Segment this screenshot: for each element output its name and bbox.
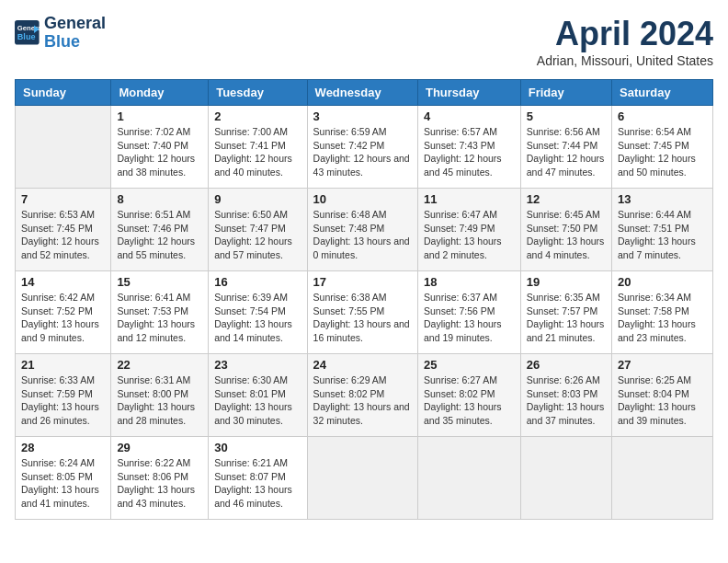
day-info: Sunrise: 6:45 AMSunset: 7:50 PMDaylight:… — [527, 208, 606, 262]
day-info: Sunrise: 6:34 AMSunset: 7:58 PMDaylight:… — [618, 291, 707, 345]
logo-text: General Blue — [44, 15, 106, 52]
day-info: Sunrise: 6:37 AMSunset: 7:56 PMDaylight:… — [424, 291, 515, 345]
month-title: April 2024 — [537, 15, 713, 53]
calendar-cell: 27Sunrise: 6:25 AMSunset: 8:04 PMDayligh… — [612, 354, 713, 437]
day-info: Sunrise: 7:00 AMSunset: 7:41 PMDaylight:… — [214, 125, 301, 179]
day-number: 3 — [313, 109, 412, 123]
calendar-cell: 4Sunrise: 6:57 AMSunset: 7:43 PMDaylight… — [417, 106, 520, 189]
day-info: Sunrise: 6:31 AMSunset: 8:00 PMDaylight:… — [117, 373, 202, 428]
day-info: Sunrise: 6:21 AMSunset: 8:07 PMDaylight:… — [214, 456, 301, 511]
day-info: Sunrise: 6:39 AMSunset: 7:54 PMDaylight:… — [214, 291, 301, 345]
calendar-cell: 21Sunrise: 6:33 AMSunset: 7:59 PMDayligh… — [16, 354, 111, 437]
day-number: 6 — [618, 109, 707, 123]
calendar-cell: 30Sunrise: 6:21 AMSunset: 8:07 PMDayligh… — [209, 437, 307, 520]
day-info: Sunrise: 6:33 AMSunset: 7:59 PMDaylight:… — [21, 373, 105, 428]
day-number: 13 — [618, 192, 707, 206]
calendar-table: SundayMondayTuesdayWednesdayThursdayFrid… — [15, 79, 713, 520]
calendar-cell: 20Sunrise: 6:34 AMSunset: 7:58 PMDayligh… — [612, 271, 713, 354]
logo: General Blue General Blue — [15, 15, 106, 52]
day-info: Sunrise: 6:48 AMSunset: 7:48 PMDaylight:… — [313, 208, 412, 262]
day-info: Sunrise: 6:53 AMSunset: 7:45 PMDaylight:… — [21, 208, 105, 262]
calendar-cell: 23Sunrise: 6:30 AMSunset: 8:01 PMDayligh… — [209, 354, 307, 437]
title-block: April 2024 Adrian, Missouri, United Stat… — [537, 15, 713, 68]
day-number: 2 — [214, 109, 301, 123]
calendar-cell: 29Sunrise: 6:22 AMSunset: 8:06 PMDayligh… — [111, 437, 209, 520]
week-row-2: 7Sunrise: 6:53 AMSunset: 7:45 PMDaylight… — [16, 189, 713, 271]
day-number: 20 — [618, 275, 707, 289]
day-number: 22 — [117, 358, 202, 372]
calendar-cell: 26Sunrise: 6:26 AMSunset: 8:03 PMDayligh… — [520, 354, 611, 437]
day-info: Sunrise: 7:02 AMSunset: 7:40 PMDaylight:… — [117, 125, 202, 179]
day-number: 1 — [117, 109, 202, 123]
calendar-cell — [612, 437, 713, 520]
day-number: 10 — [313, 192, 412, 206]
weekday-header-row: SundayMondayTuesdayWednesdayThursdayFrid… — [16, 80, 713, 106]
page-header: General Blue General Blue April 2024 Adr… — [15, 15, 713, 68]
day-info: Sunrise: 6:29 AMSunset: 8:02 PMDaylight:… — [313, 373, 412, 428]
day-number: 27 — [618, 358, 707, 372]
calendar-cell: 13Sunrise: 6:44 AMSunset: 7:51 PMDayligh… — [612, 189, 713, 271]
calendar-cell: 5Sunrise: 6:56 AMSunset: 7:44 PMDaylight… — [520, 106, 611, 189]
calendar-cell: 7Sunrise: 6:53 AMSunset: 7:45 PMDaylight… — [16, 189, 111, 271]
calendar-cell: 6Sunrise: 6:54 AMSunset: 7:45 PMDaylight… — [612, 106, 713, 189]
calendar-cell — [16, 106, 111, 189]
weekday-header-tuesday: Tuesday — [209, 80, 307, 106]
day-info: Sunrise: 6:51 AMSunset: 7:46 PMDaylight:… — [117, 208, 202, 262]
calendar-cell — [307, 437, 417, 520]
day-number: 12 — [527, 192, 606, 206]
weekday-header-saturday: Saturday — [612, 80, 713, 106]
calendar-cell: 14Sunrise: 6:42 AMSunset: 7:52 PMDayligh… — [16, 271, 111, 354]
weekday-header-friday: Friday — [520, 80, 611, 106]
week-row-3: 14Sunrise: 6:42 AMSunset: 7:52 PMDayligh… — [16, 271, 713, 354]
calendar-cell — [417, 437, 520, 520]
calendar-cell: 12Sunrise: 6:45 AMSunset: 7:50 PMDayligh… — [520, 189, 611, 271]
calendar-cell: 15Sunrise: 6:41 AMSunset: 7:53 PMDayligh… — [111, 271, 209, 354]
calendar-cell: 28Sunrise: 6:24 AMSunset: 8:05 PMDayligh… — [16, 437, 111, 520]
day-info: Sunrise: 6:35 AMSunset: 7:57 PMDaylight:… — [527, 291, 606, 345]
week-row-1: 1Sunrise: 7:02 AMSunset: 7:40 PMDaylight… — [16, 106, 713, 189]
calendar-cell: 8Sunrise: 6:51 AMSunset: 7:46 PMDaylight… — [111, 189, 209, 271]
calendar-cell: 19Sunrise: 6:35 AMSunset: 7:57 PMDayligh… — [520, 271, 611, 354]
day-info: Sunrise: 6:42 AMSunset: 7:52 PMDaylight:… — [21, 291, 105, 345]
day-info: Sunrise: 6:57 AMSunset: 7:43 PMDaylight:… — [424, 125, 515, 179]
day-number: 7 — [21, 192, 105, 206]
day-number: 17 — [313, 275, 412, 289]
day-number: 30 — [214, 441, 301, 454]
calendar-cell: 10Sunrise: 6:48 AMSunset: 7:48 PMDayligh… — [307, 189, 417, 271]
day-info: Sunrise: 6:50 AMSunset: 7:47 PMDaylight:… — [214, 208, 301, 262]
calendar-cell: 9Sunrise: 6:50 AMSunset: 7:47 PMDaylight… — [209, 189, 307, 271]
day-info: Sunrise: 6:59 AMSunset: 7:42 PMDaylight:… — [313, 125, 412, 179]
day-info: Sunrise: 6:25 AMSunset: 8:04 PMDaylight:… — [618, 373, 707, 428]
day-number: 25 — [424, 358, 515, 372]
day-info: Sunrise: 6:27 AMSunset: 8:02 PMDaylight:… — [424, 373, 515, 428]
svg-text:Blue: Blue — [17, 32, 36, 41]
calendar-cell: 11Sunrise: 6:47 AMSunset: 7:49 PMDayligh… — [417, 189, 520, 271]
calendar-cell: 25Sunrise: 6:27 AMSunset: 8:02 PMDayligh… — [417, 354, 520, 437]
weekday-header-wednesday: Wednesday — [307, 80, 417, 106]
calendar-cell: 22Sunrise: 6:31 AMSunset: 8:00 PMDayligh… — [111, 354, 209, 437]
day-number: 28 — [21, 441, 105, 454]
day-number: 5 — [527, 109, 606, 123]
weekday-header-sunday: Sunday — [16, 80, 111, 106]
day-number: 18 — [424, 275, 515, 289]
day-number: 24 — [313, 358, 412, 372]
day-number: 14 — [21, 275, 105, 289]
calendar-cell: 2Sunrise: 7:00 AMSunset: 7:41 PMDaylight… — [209, 106, 307, 189]
day-number: 26 — [527, 358, 606, 372]
day-number: 9 — [214, 192, 301, 206]
day-number: 21 — [21, 358, 105, 372]
day-info: Sunrise: 6:56 AMSunset: 7:44 PMDaylight:… — [527, 125, 606, 179]
week-row-5: 28Sunrise: 6:24 AMSunset: 8:05 PMDayligh… — [16, 437, 713, 520]
day-info: Sunrise: 6:44 AMSunset: 7:51 PMDaylight:… — [618, 208, 707, 262]
weekday-header-thursday: Thursday — [417, 80, 520, 106]
calendar-cell: 1Sunrise: 7:02 AMSunset: 7:40 PMDaylight… — [111, 106, 209, 189]
day-number: 19 — [527, 275, 606, 289]
calendar-cell: 3Sunrise: 6:59 AMSunset: 7:42 PMDaylight… — [307, 106, 417, 189]
day-info: Sunrise: 6:47 AMSunset: 7:49 PMDaylight:… — [424, 208, 515, 262]
day-number: 4 — [424, 109, 515, 123]
day-info: Sunrise: 6:22 AMSunset: 8:06 PMDaylight:… — [117, 456, 202, 511]
calendar-cell: 16Sunrise: 6:39 AMSunset: 7:54 PMDayligh… — [209, 271, 307, 354]
day-info: Sunrise: 6:54 AMSunset: 7:45 PMDaylight:… — [618, 125, 707, 179]
day-number: 15 — [117, 275, 202, 289]
week-row-4: 21Sunrise: 6:33 AMSunset: 7:59 PMDayligh… — [16, 354, 713, 437]
